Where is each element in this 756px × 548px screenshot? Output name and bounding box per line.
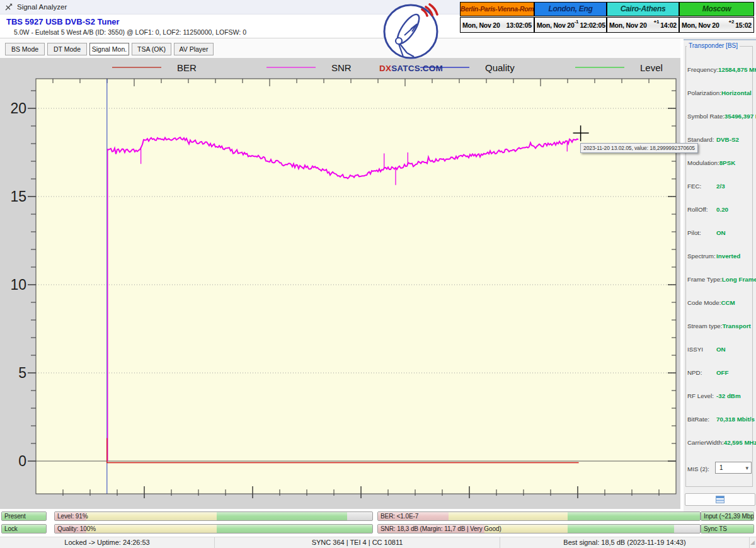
transponder-field: NPD:OFF [687,369,755,376]
clock-time: 12:02:05 [580,21,605,29]
transponder-field: Frequency:12584,875 MHz [687,66,755,73]
clock-city-header: Moscow [679,2,754,16]
gauge-label: Level: 91% [57,512,88,520]
present-indicator: Present [1,511,47,521]
field-value: 0.20 [716,206,728,213]
gauge-gloss [378,512,700,520]
y-axis-label: 15 [10,188,26,205]
gauge-label: BER: <1.0E-7 [381,512,418,520]
clock-datetime: Mon, Nov 20+114:02 [607,17,679,33]
field-label: Code Mode: [687,299,721,306]
signal-analyzer-window: { "window": { "title": "Signal Analyzer"… [0,0,756,548]
transponder-field: Spectrum:Inverted [687,253,755,260]
transponder-field: Stream type:Transport [687,323,755,329]
field-value: DVB-S2 [716,136,739,143]
transponder-field: Polarization:Horizontal [687,89,755,96]
tab-dt-mode[interactable]: DT Mode [47,43,87,55]
y-axis-label: 10 [10,277,26,293]
tab-tsa-ok[interactable]: TSA (OK) [132,43,171,55]
snr-bar: SNR: 18,3 dB (Margin: 11,7 dB | Very Goo… [377,524,701,534]
clock-datetime: Mon, Nov 2013:02:05 [460,17,534,33]
legend-line-icon [112,67,161,68]
field-label: Stream type: [687,323,723,329]
clock-datetime: Mon, Nov 20-112:02:05 [534,17,607,33]
transponder-field: Standard:DVB-S2 [687,136,755,143]
field-label: NPD: [687,369,716,376]
mode-tabbar: BS ModeDT ModeSignal Mon.TSA (OK)AV Play… [0,38,680,58]
gauge-label: Present [4,512,26,520]
transponder-field: CarrierWidth:42,595 MHz [687,439,755,446]
transponder-panel: Transponder [BS] Frequency:12584,875 MHz… [684,39,756,511]
chart-plot-area[interactable] [36,79,676,494]
field-label: BitRate: [687,416,716,423]
satellite-dish-icon [379,1,442,62]
lock-indicator: Lock [1,524,47,534]
clock-date: Mon, Nov 20 [609,21,647,29]
legend-line-icon [575,67,624,68]
dxsatcs-logo: DXSATCS.COM [379,1,442,72]
y-axis-label: 5 [18,365,26,381]
clock-time: 14:02 [660,21,677,29]
tab-bs-mode[interactable]: BS Mode [5,43,45,55]
field-label: Pilot: [687,229,716,236]
tuner-subtitle: 5.0W - Eutelsat 5 West A/B (ID: 3550) @ … [14,28,246,36]
field-value: ON [716,229,726,236]
gauge-label: Quality: 100% [57,525,96,533]
clock-3: Cairo-AthensMon, Nov 20+114:02 [607,2,679,33]
clock-2: London, EngMon, Nov 20-112:02:05 [534,2,607,33]
clock-date: Mon, Nov 20 [682,21,719,29]
sync-ts-bar: Sync TS [701,524,754,534]
legend-label: Quality [485,62,515,73]
transponder-field: Symbol Rate:35496,397 KS/s [687,113,755,120]
field-value: CCM [721,299,735,306]
signal-chart[interactable]: 05101520 [0,58,680,509]
input-rate-bar: Input (~21,39 Mbps) [701,511,754,521]
tab-av-player[interactable]: AV Player [174,43,214,55]
tab-signal-mon[interactable]: Signal Mon. [89,43,129,55]
window-title: Signal Analyzer [17,0,67,14]
field-label: RollOff: [687,206,716,213]
clock-date: Mon, Nov 20 [462,21,500,29]
field-label: Frame Type: [687,276,722,283]
field-value: OFF [716,369,729,376]
clock-4: MoscowMon, Nov 20+215:02 [679,2,754,33]
clock-date: Mon, Nov 20 [537,21,575,29]
mis-select[interactable]: 1 ▾ [715,462,752,474]
transponder-list-button[interactable] [685,493,755,506]
legend-label: Level [640,62,663,73]
field-label: Modulation: [687,159,719,166]
field-label: Standard: [687,136,716,143]
field-value: 35496,397 KS/s [724,113,756,120]
clock-utc-offset: +1 [653,19,659,25]
transponder-field: RF Level:-32 dBm [687,392,755,399]
field-label: Spectrum: [687,253,716,260]
field-value: 2/3 [716,183,725,190]
field-label: Frequency: [687,66,718,73]
mis-selected-value: 1 [719,464,723,471]
mis-label: MIS (2): [687,465,716,472]
status-best-signal: Best signal: 18,5 dB (2023-11-19 14:43) [500,537,750,548]
transponder-field: RollOff:0.20 [687,206,755,213]
transponder-field: BitRate:70,318 Mbit/s [687,416,755,423]
ber-bar: BER: <1.0E-7 [377,511,701,521]
field-label: RF Level: [687,392,716,399]
transponder-field: FEC:2/3 [687,183,755,190]
y-axis-label: 0 [18,453,26,469]
gauge-gloss [55,525,372,533]
gauge-label: Input (~21,39 Mbps) [704,512,754,520]
clock-datetime: Mon, Nov 20+215:02 [679,17,754,33]
field-value: 12584,875 MHz [718,66,756,73]
resize-grip[interactable]: ◢ [750,537,756,548]
world-clocks: Berlin-Paris-Vienna-RomaMon, Nov 2013:02… [460,2,754,33]
clock-city-header: London, Eng [534,2,607,16]
clock-utc-offset: -1 [575,19,579,25]
app-icon [4,3,13,11]
field-value: Long Frame [722,276,756,283]
clock-time: 15:02 [735,21,752,29]
transponder-field: Code Mode:CCM [687,299,755,306]
gauge-gloss [55,512,372,520]
chart-tooltip: 2023-11-20 13.02.05, value: 18,299999237… [580,143,698,153]
legend-item-level: Level [575,61,663,74]
gauge-label: SNR: 18,3 dB (Margin: 11,7 dB | Very Goo… [381,525,501,533]
field-value: 42,595 MHz [724,439,756,446]
